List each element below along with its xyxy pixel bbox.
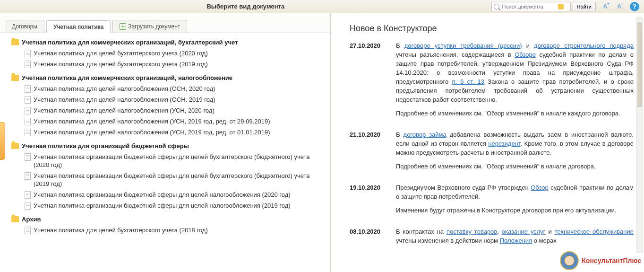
document-icon — [25, 202, 31, 210]
document-tree: Учетная политика для коммерческих органи… — [0, 33, 330, 272]
tab-contracts[interactable]: Договоры — [5, 20, 44, 33]
document-label: Учетная политика для целей налогообложен… — [34, 106, 215, 114]
search-icon — [494, 4, 499, 9]
document-label: Учетная политика для целей бухгалтерског… — [34, 226, 208, 234]
document-row[interactable]: Учетная политика организации бюджетной с… — [25, 170, 326, 189]
news-link[interactable]: договор займа — [404, 131, 447, 138]
help-button[interactable]: ? — [630, 2, 639, 11]
news-body: В договоре уступки требования (цессии) и… — [396, 41, 634, 123]
folder-label: Учетная политика для организаций бюджетн… — [22, 142, 189, 149]
news-item: 08.10.2020В контрактах на поставку товар… — [350, 227, 634, 250]
page-title: Выберите вид документа — [0, 3, 491, 10]
news-link[interactable]: нерезидент — [488, 140, 520, 147]
right-panel: Новое в Конструкторе 27.10.2020В договор… — [331, 13, 644, 272]
news-link[interactable]: техническое обслуживание — [555, 228, 634, 235]
document-row[interactable]: Учетная политика для целей налогообложен… — [25, 105, 326, 116]
document-icon — [25, 96, 31, 104]
document-label: Учетная политика для целей бухгалтерског… — [34, 60, 208, 68]
news-list: 27.10.2020В договоре уступки требования … — [350, 41, 634, 250]
header-bar: Выберите вид документа Найти A+ A− ? — [0, 0, 644, 13]
scrollbar-thumb[interactable] — [637, 22, 642, 107]
news-link[interactable]: Обзоре — [515, 51, 536, 58]
news-link[interactable]: договоре строительного подряда — [534, 42, 634, 49]
logo-icon — [560, 251, 579, 270]
left-panel: Договоры Учетная политика +Загрузить док… — [0, 13, 331, 272]
document-icon — [25, 191, 31, 199]
document-label: Учетная политика для целей бухгалтерског… — [34, 49, 208, 57]
logo-text: КонсультантПлюс — [582, 257, 641, 264]
document-icon — [25, 129, 31, 136]
document-label: Учетная политика для целей налогообложен… — [34, 128, 270, 136]
news-link[interactable]: договоре уступки требования (цессии) — [404, 42, 522, 49]
news-date: 19.10.2020 — [350, 183, 387, 219]
clear-icon[interactable] — [558, 4, 564, 9]
folder-row[interactable]: Архив — [11, 216, 326, 223]
document-label: Учетная политика для целей налогообложен… — [34, 117, 270, 125]
news-heading: Новое в Конструкторе — [350, 24, 634, 34]
tab-accounting-policy[interactable]: Учетная политика — [46, 20, 111, 33]
document-icon — [25, 172, 31, 180]
document-row[interactable]: Учетная политика для целей бухгалтерског… — [25, 48, 326, 59]
news-body: В договор займа добавлена возможность вы… — [396, 130, 634, 175]
document-row[interactable]: Учетная политика для целей налогообложен… — [25, 116, 326, 127]
folder-label: Учетная политика для коммерческих органи… — [22, 74, 232, 81]
document-label: Учетная политика организации бюджетной с… — [34, 172, 326, 188]
document-label: Учетная политика для целей налогообложен… — [34, 85, 215, 93]
search-input[interactable] — [501, 3, 558, 10]
folder-icon — [11, 143, 19, 149]
document-label: Учетная политика для целей налогообложен… — [34, 96, 215, 104]
search-box[interactable] — [491, 2, 571, 11]
news-date: 27.10.2020 — [350, 41, 387, 123]
folder-icon — [11, 75, 19, 81]
news-link[interactable]: Положения — [500, 237, 532, 244]
folder-label: Архив — [22, 216, 41, 223]
news-item: 19.10.2020Президиумом Верховного суда РФ… — [350, 183, 634, 219]
document-icon — [25, 50, 31, 57]
document-label: Учетная политика организации бюджетной с… — [34, 153, 326, 169]
document-row[interactable]: Учетная политика организации бюджетной с… — [25, 200, 326, 211]
folder-row[interactable]: Учетная политика для организаций бюджетн… — [11, 142, 326, 149]
tabs: Договоры Учетная политика +Загрузить док… — [0, 13, 330, 33]
document-icon — [25, 227, 31, 234]
folder-icon — [11, 216, 19, 222]
folder-row[interactable]: Учетная политика для коммерческих органи… — [11, 39, 326, 46]
news-link[interactable]: п. 6 ст. 13 — [452, 78, 484, 85]
news-link[interactable]: поставку товаров — [447, 228, 497, 235]
news-body: В контрактах на поставку товаров, оказан… — [396, 227, 634, 250]
document-icon — [25, 61, 31, 68]
plus-icon: + — [120, 23, 126, 30]
news-date: 21.10.2020 — [350, 130, 387, 175]
find-button[interactable]: Найти — [573, 2, 596, 11]
document-icon — [25, 107, 31, 114]
folder-label: Учетная политика для коммерческих органи… — [22, 39, 238, 46]
document-label: Учетная политика организации бюджетной с… — [34, 202, 291, 210]
document-row[interactable]: Учетная политика организации бюджетной с… — [25, 151, 326, 170]
news-item: 27.10.2020В договоре уступки требования … — [350, 41, 634, 123]
scrollbar[interactable] — [636, 17, 643, 253]
brand-logo: КонсультантПлюс — [560, 251, 641, 270]
tab-upload-document[interactable]: +Загрузить документ — [112, 20, 187, 33]
document-row[interactable]: Учетная политика для целей налогообложен… — [25, 94, 326, 105]
document-row[interactable]: Учетная политика для целей бухгалтерског… — [25, 225, 326, 236]
news-body: Президиумом Верховного суда РФ утвержден… — [396, 183, 634, 219]
font-increase-button[interactable]: A+ — [601, 2, 610, 11]
news-link[interactable]: Обзор — [531, 184, 549, 191]
folder-icon — [11, 39, 19, 45]
document-label: Учетная политика организации бюджетной с… — [34, 191, 291, 199]
document-icon — [25, 85, 31, 93]
document-row[interactable]: Учетная политика для целей налогообложен… — [25, 83, 326, 94]
news-link[interactable]: оказание услуг — [502, 228, 546, 235]
folder-row[interactable]: Учетная политика для коммерческих органи… — [11, 74, 326, 81]
news-item: 21.10.2020В договор займа добавлена возм… — [350, 130, 634, 175]
news-date: 08.10.2020 — [350, 227, 387, 250]
document-row[interactable]: Учетная политика для целей бухгалтерског… — [25, 59, 326, 70]
document-row[interactable]: Учетная политика организации бюджетной с… — [25, 189, 326, 200]
document-icon — [25, 153, 31, 161]
document-icon — [25, 118, 31, 125]
document-row[interactable]: Учетная политика для целей налогообложен… — [25, 127, 326, 138]
font-decrease-button[interactable]: A− — [615, 2, 624, 11]
